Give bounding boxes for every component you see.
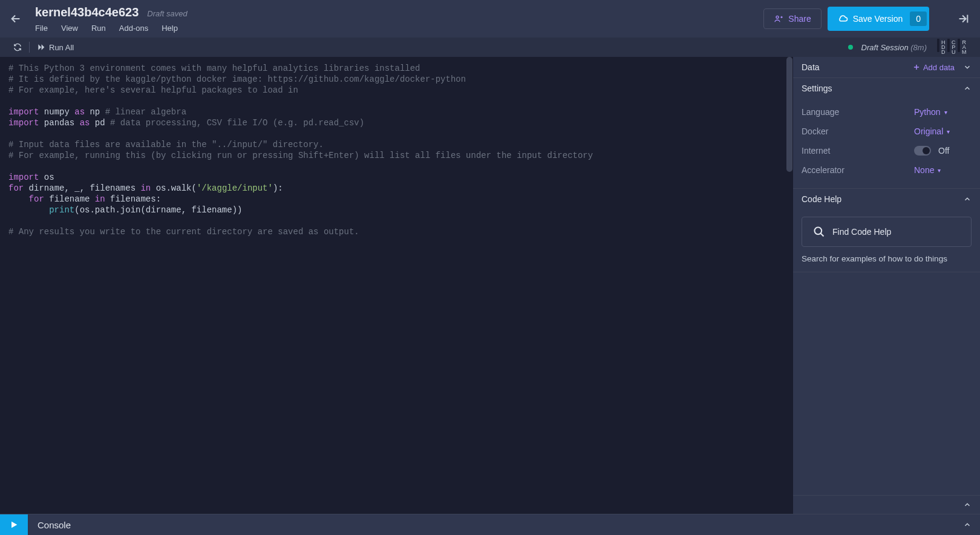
- find-code-help-label: Find Code Help: [832, 227, 891, 237]
- setting-language: Language Python▾: [802, 102, 972, 122]
- share-label: Share: [788, 14, 811, 24]
- share-button[interactable]: Share: [763, 8, 821, 29]
- code-help-section: Code Help Find Code Help Search for exam…: [793, 189, 980, 272]
- language-select[interactable]: Python▾: [914, 107, 972, 117]
- plus-icon: [912, 63, 921, 71]
- data-header[interactable]: Data Add data: [793, 57, 980, 77]
- save-version-button[interactable]: Save Version 0: [828, 7, 929, 31]
- resource-meters: HDD CPU RAM: [941, 40, 972, 54]
- settings-section: Settings Language Python▾ Docker Origina…: [793, 78, 980, 189]
- cloud-icon: [837, 13, 848, 24]
- menu-addons[interactable]: Add-ons: [119, 24, 148, 33]
- chevron-up-icon: [963, 520, 972, 529]
- code-help-title: Code Help: [802, 194, 841, 204]
- separator: [29, 42, 30, 53]
- run-all-button[interactable]: Run All: [32, 43, 79, 52]
- chevron-down-icon: [963, 63, 972, 71]
- menu-bar: File View Run Add-ons Help: [35, 24, 188, 33]
- meter-hdd[interactable]: HDD: [941, 40, 946, 54]
- run-all-label: Run All: [49, 43, 74, 52]
- code-help-hint: Search for examples of how to do things: [793, 254, 980, 272]
- menu-file[interactable]: File: [35, 24, 48, 33]
- chevron-up-icon[interactable]: [963, 501, 972, 509]
- toolbar: Run All Draft Session (8m) HDD CPU RAM: [0, 38, 980, 57]
- session-time: (8m): [910, 43, 927, 52]
- internet-toggle[interactable]: Off: [914, 146, 972, 156]
- draft-status: Draft saved: [147, 9, 187, 18]
- chevron-up-icon: [963, 84, 972, 93]
- toggle-icon: [914, 146, 931, 156]
- setting-docker: Docker Original▾: [802, 122, 972, 141]
- setting-accelerator: Accelerator None▾: [802, 160, 972, 180]
- refresh-icon: [13, 43, 22, 51]
- console-bar: Console: [0, 514, 980, 535]
- kernel-title[interactable]: kernel43b4c4e623: [35, 5, 139, 19]
- internet-label: Internet: [802, 146, 830, 156]
- save-count: 0: [910, 11, 927, 26]
- title-block: kernel43b4c4e623 Draft saved File View R…: [35, 5, 188, 33]
- console-expand[interactable]: [963, 520, 980, 529]
- menu-help[interactable]: Help: [162, 24, 178, 33]
- sidebar-spacer: [793, 272, 980, 495]
- meter-ram[interactable]: RAM: [962, 40, 967, 54]
- accelerator-label: Accelerator: [802, 165, 844, 175]
- find-code-help-button[interactable]: Find Code Help: [802, 217, 972, 247]
- console-label[interactable]: Console: [28, 520, 80, 530]
- sidebar-collapse-row: [793, 495, 980, 514]
- svg-point-0: [776, 16, 779, 18]
- svg-point-1: [815, 228, 822, 235]
- collapse-sidebar-button[interactable]: [955, 10, 972, 27]
- session-status: Draft Session (8m): [861, 43, 927, 52]
- header: kernel43b4c4e623 Draft saved File View R…: [0, 0, 980, 38]
- chevron-up-icon: [963, 195, 972, 203]
- sidebar: Data Add data Settings Languag: [793, 57, 980, 514]
- menu-view[interactable]: View: [61, 24, 78, 33]
- setting-internet: Internet Off: [802, 141, 972, 160]
- add-data-button[interactable]: Add data: [912, 63, 972, 72]
- body: # This Python 3 environment comes with m…: [0, 57, 980, 514]
- session-label: Draft Session: [861, 43, 909, 52]
- code-cell[interactable]: # This Python 3 environment comes with m…: [0, 57, 793, 514]
- accelerator-select[interactable]: None▾: [914, 165, 972, 175]
- fast-forward-icon: [37, 43, 45, 51]
- scrollbar-thumb[interactable]: [786, 57, 792, 172]
- language-label: Language: [802, 107, 839, 117]
- refresh-button[interactable]: [8, 43, 27, 51]
- menu-run[interactable]: Run: [91, 24, 106, 33]
- share-icon: [774, 14, 783, 24]
- docker-select[interactable]: Original▾: [914, 126, 972, 136]
- code-help-header[interactable]: Code Help: [793, 189, 980, 209]
- settings-title: Settings: [802, 84, 832, 93]
- session-status-dot: [848, 45, 853, 50]
- data-section: Data Add data: [793, 57, 980, 78]
- editor[interactable]: # This Python 3 environment comes with m…: [0, 57, 793, 514]
- docker-label: Docker: [802, 126, 828, 136]
- add-data-label: Add data: [923, 63, 955, 72]
- settings-header[interactable]: Settings: [793, 78, 980, 99]
- save-label: Save Version: [853, 14, 903, 24]
- play-icon: [9, 520, 19, 530]
- console-run-button[interactable]: [0, 514, 28, 536]
- search-icon: [813, 226, 825, 238]
- meter-cpu[interactable]: CPU: [952, 40, 956, 54]
- data-title: Data: [802, 62, 820, 72]
- back-button[interactable]: [8, 11, 23, 26]
